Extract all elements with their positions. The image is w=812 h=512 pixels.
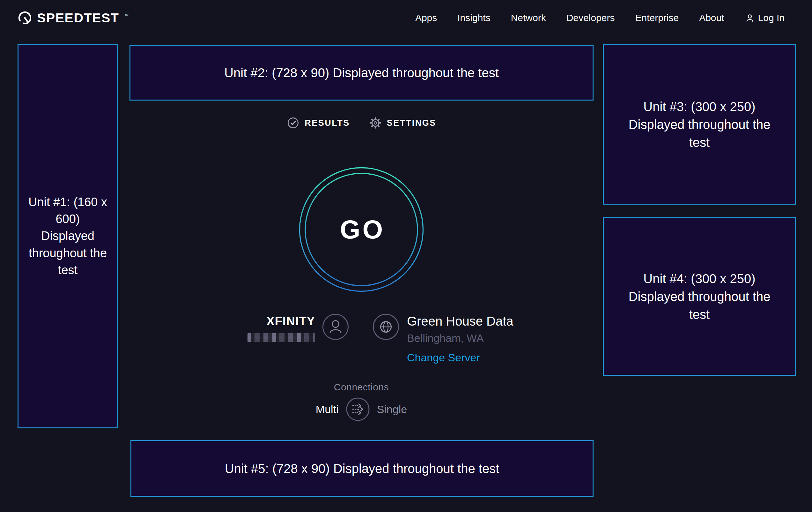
nav-item-insights[interactable]: Insights bbox=[457, 12, 490, 23]
connections-toggle-icon[interactable] bbox=[346, 397, 370, 421]
logo-trademark: ™ bbox=[124, 13, 128, 18]
person-circle-icon bbox=[322, 314, 349, 340]
change-server-link[interactable]: Change Server bbox=[407, 351, 480, 364]
ad-unit-5[interactable]: Unit #5: (728 x 90) Displayed throughout… bbox=[130, 440, 593, 497]
connections-multi-option[interactable]: Multi bbox=[316, 403, 339, 415]
ad-unit-3[interactable]: Unit #3: (300 x 250) Displayed throughou… bbox=[603, 44, 796, 205]
nav-item-developers[interactable]: Developers bbox=[567, 12, 615, 23]
ad-unit-5-label: Unit #5: (728 x 90) Displayed throughout… bbox=[225, 460, 499, 478]
main-nav: Apps Insights Network Developers Enterpr… bbox=[415, 12, 785, 23]
logo-text: SPEEDTEST bbox=[37, 10, 119, 26]
isp-name: XFINITY bbox=[266, 314, 315, 328]
nav-item-apps[interactable]: Apps bbox=[415, 12, 437, 23]
login-label: Log In bbox=[758, 12, 785, 23]
connections-label: Connections bbox=[297, 382, 425, 393]
tab-results[interactable]: RESULTS bbox=[287, 116, 350, 129]
connections-block: Connections Multi Single bbox=[297, 382, 425, 421]
ad-unit-2[interactable]: Unit #2: (728 x 90) Displayed throughout… bbox=[129, 45, 593, 101]
server-name: Green House Data bbox=[407, 314, 514, 328]
connections-single-option[interactable]: Single bbox=[377, 403, 407, 415]
speedtest-page: SPEEDTEST ™ Apps Insights Network Develo… bbox=[0, 0, 812, 512]
ad-unit-3-label: Unit #3: (300 x 250) Displayed throughou… bbox=[623, 98, 776, 151]
isp-block: XFINITY bbox=[242, 314, 349, 342]
check-circle-icon bbox=[287, 116, 299, 129]
tab-bar: RESULTS bbox=[129, 112, 593, 133]
ad-unit-2-label: Unit #2: (728 x 90) Displayed throughout… bbox=[224, 64, 499, 82]
speedtest-logo[interactable]: SPEEDTEST ™ bbox=[18, 10, 128, 26]
server-block: Green House Data Bellingham, WA Change S… bbox=[373, 314, 514, 364]
tab-results-label: RESULTS bbox=[304, 118, 350, 128]
go-label: GO bbox=[299, 167, 424, 292]
speedometer-icon bbox=[18, 10, 32, 25]
globe-circle-icon bbox=[373, 314, 399, 340]
connections-row: Multi Single bbox=[297, 397, 425, 421]
gear-icon bbox=[369, 116, 382, 129]
ad-unit-4-label: Unit #4: (300 x 250) Displayed throughou… bbox=[623, 270, 776, 323]
login-button[interactable]: Log In bbox=[745, 12, 785, 23]
nav-item-enterprise[interactable]: Enterprise bbox=[635, 12, 679, 23]
redacted-ip-text bbox=[248, 333, 315, 342]
header: SPEEDTEST ™ Apps Insights Network Develo… bbox=[0, 0, 812, 36]
nav-item-about[interactable]: About bbox=[699, 12, 724, 23]
ad-unit-1[interactable]: Unit #1: (160 x 600) Displayed throughou… bbox=[18, 44, 118, 428]
ad-unit-1-label: Unit #1: (160 x 600) Displayed throughou… bbox=[28, 194, 108, 279]
tab-settings[interactable]: SETTINGS bbox=[369, 116, 436, 129]
server-texts: Green House Data Bellingham, WA Change S… bbox=[407, 314, 514, 364]
isp-texts: XFINITY bbox=[248, 314, 315, 342]
person-icon bbox=[745, 13, 755, 23]
tab-settings-label: SETTINGS bbox=[387, 118, 436, 128]
go-button[interactable]: GO bbox=[299, 167, 424, 292]
nav-item-network[interactable]: Network bbox=[511, 12, 546, 23]
ad-unit-4[interactable]: Unit #4: (300 x 250) Displayed throughou… bbox=[603, 217, 796, 376]
server-location: Bellingham, WA bbox=[407, 332, 484, 344]
